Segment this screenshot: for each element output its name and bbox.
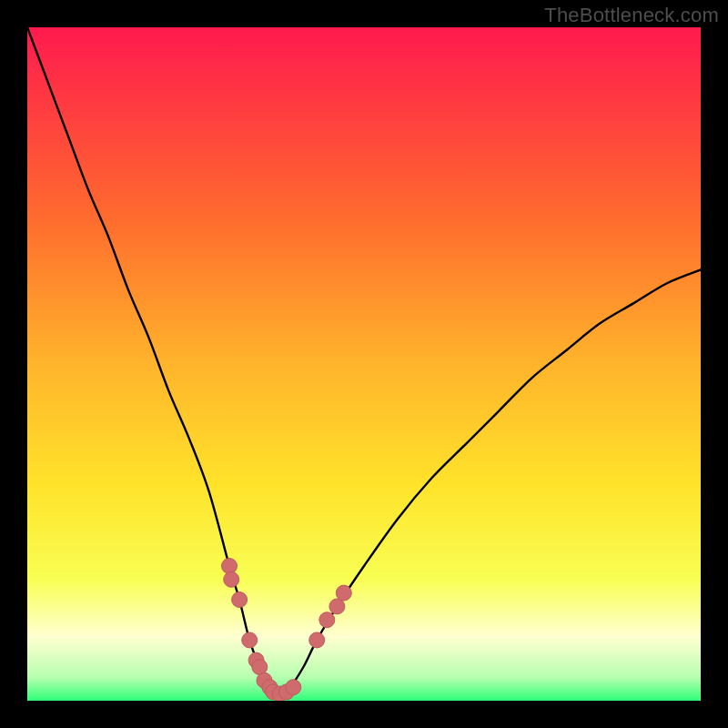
data-marker — [222, 559, 238, 574]
data-marker — [336, 585, 351, 601]
data-marker — [286, 680, 301, 695]
gradient-background — [27, 27, 701, 701]
data-marker — [232, 592, 248, 608]
data-marker — [224, 571, 239, 587]
watermark-text: TheBottleneck.com — [544, 4, 719, 27]
data-marker — [319, 612, 335, 628]
chart-frame: TheBottleneck.com — [0, 0, 728, 728]
bottleneck-chart — [27, 27, 701, 701]
data-marker — [242, 632, 258, 648]
plot-area — [27, 27, 701, 701]
data-marker — [309, 632, 325, 648]
